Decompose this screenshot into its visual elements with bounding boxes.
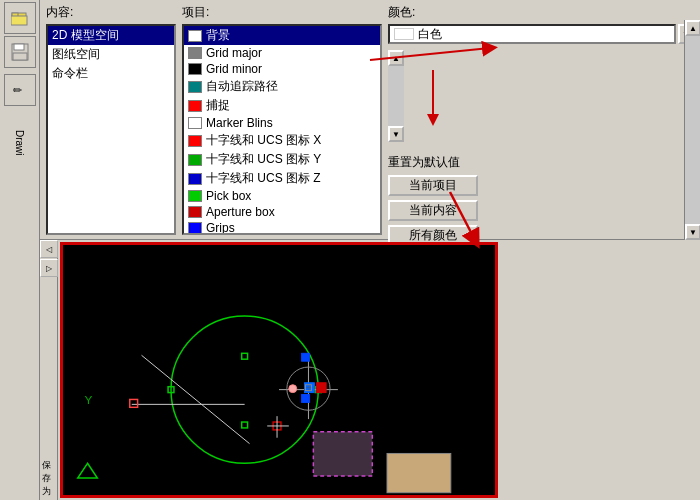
left-toolbar: ✏ Drawi — [0, 0, 40, 500]
color-scroll-track — [388, 66, 404, 126]
mini-btn-2[interactable]: ▷ — [40, 259, 58, 277]
content-section: 内容: 2D 模型空间 图纸空间 命令栏 — [46, 4, 176, 235]
color-value: 白色 — [418, 26, 442, 43]
cad-drawing: Y — [63, 245, 495, 495]
sidebar-label: Drawi — [12, 128, 27, 158]
arrow-indicator — [418, 70, 448, 130]
svg-rect-5 — [13, 53, 27, 60]
cad-canvas: Y — [60, 242, 498, 498]
svg-rect-2 — [11, 16, 27, 25]
svg-rect-20 — [302, 353, 310, 361]
toolbar-btn-open[interactable] — [4, 2, 36, 34]
color-label: 颜色: — [388, 4, 694, 21]
project-item-autotrack[interactable]: 自动追踪路径 — [184, 77, 380, 96]
svg-text:Y: Y — [85, 393, 93, 406]
bottom-right-empty — [500, 240, 700, 500]
project-item-grid-major[interactable]: Grid major — [184, 45, 380, 61]
project-list: 背景 Grid major Grid minor 自动追踪路径 — [182, 24, 382, 235]
content-area: 内容: 2D 模型空间 图纸空间 命令栏 项目: 背景 — [40, 0, 700, 500]
project-item-snap[interactable]: 捕捉 — [184, 96, 380, 115]
btn-current-item[interactable]: 当前项目 — [388, 175, 478, 196]
toolbar-btn-save[interactable] — [4, 36, 36, 68]
color-section: 颜色: 白色 ▼ ▲ ▼ — [388, 4, 694, 235]
content-item-command[interactable]: 命令栏 — [48, 64, 174, 83]
top-panel: 内容: 2D 模型空间 图纸空间 命令栏 项目: 背景 — [40, 0, 700, 240]
project-item-ucs-z[interactable]: 十字线和 UCS 图标 Z — [184, 169, 380, 188]
bottom-left-toolbar: ◁ ▷ 保存为 — [40, 240, 58, 500]
btn-current-content[interactable]: 当前内容 — [388, 200, 478, 221]
content-list: 2D 模型空间 图纸空间 命令栏 — [46, 24, 176, 235]
mini-btn-1[interactable]: ◁ — [40, 240, 58, 258]
project-label: 项目: — [182, 4, 382, 21]
bottom-panel: ◁ ▷ 保存为 — [40, 240, 700, 500]
project-item-marker-blins[interactable]: Marker Blins — [184, 115, 380, 131]
svg-rect-32 — [313, 432, 372, 476]
project-item-grips[interactable]: Grips — [184, 220, 380, 235]
bottom-label: 保存为 — [40, 457, 57, 500]
content-item-model[interactable]: 2D 模型空间 — [48, 26, 174, 45]
toolbar-btn-draw[interactable]: ✏ — [4, 74, 36, 106]
project-item-ucs-x[interactable]: 十字线和 UCS 图标 X — [184, 131, 380, 150]
color-dropdown-row: 白色 ▼ — [388, 24, 694, 44]
color-dropdown[interactable]: 白色 — [388, 24, 676, 44]
main-container: ✏ Drawi 内容: 2D 模型空间 图纸空间 命令栏 项目: — [0, 0, 700, 500]
project-item-pickbox[interactable]: Pick box — [184, 188, 380, 204]
content-item-paper[interactable]: 图纸空间 — [48, 45, 174, 64]
project-item-aperture[interactable]: Aperture box — [184, 204, 380, 220]
color-scroll-up[interactable]: ▲ — [388, 50, 404, 66]
project-item-ucs-y[interactable]: 十字线和 UCS 图标 Y — [184, 150, 380, 169]
svg-rect-22 — [316, 383, 326, 393]
project-scrollbar[interactable]: ▲ ▼ — [684, 20, 700, 240]
svg-text:✏: ✏ — [13, 84, 23, 96]
project-item-background[interactable]: 背景 — [184, 26, 380, 45]
svg-point-24 — [289, 385, 297, 393]
svg-rect-4 — [14, 44, 24, 50]
svg-rect-23 — [302, 395, 310, 403]
reset-label: 重置为默认值 — [388, 154, 694, 171]
project-section: 项目: 背景 Grid major Grid minor — [182, 4, 382, 235]
content-label: 内容: — [46, 4, 176, 21]
project-item-grid-minor[interactable]: Grid minor — [184, 61, 380, 77]
color-scroll-down[interactable]: ▼ — [388, 126, 404, 142]
svg-rect-33 — [387, 453, 451, 492]
